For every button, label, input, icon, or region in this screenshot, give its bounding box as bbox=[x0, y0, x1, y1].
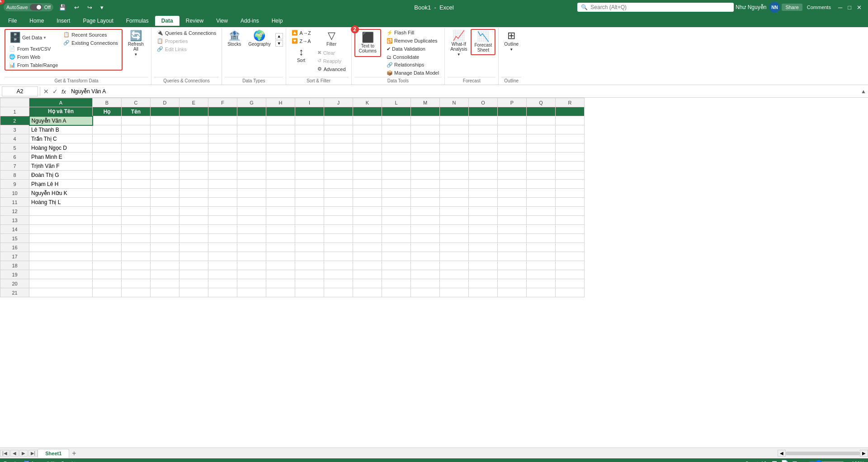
refresh-all-button[interactable]: 🔄 Refresh All ▼ bbox=[123, 29, 148, 58]
cell[interactable] bbox=[208, 261, 237, 270]
cell[interactable] bbox=[556, 143, 585, 152]
cell[interactable] bbox=[527, 143, 556, 152]
cell[interactable] bbox=[527, 279, 556, 288]
cell[interactable] bbox=[266, 279, 295, 288]
cell[interactable] bbox=[179, 180, 208, 189]
cell[interactable] bbox=[179, 198, 208, 207]
stocks-button[interactable]: 🏦 Stocks bbox=[225, 29, 244, 48]
cell[interactable] bbox=[295, 198, 324, 207]
cell[interactable] bbox=[469, 216, 498, 225]
col-header-F[interactable]: F bbox=[208, 98, 237, 107]
col-header-R[interactable]: R bbox=[556, 98, 585, 107]
cell[interactable] bbox=[237, 261, 266, 270]
cell[interactable] bbox=[295, 270, 324, 279]
cell[interactable] bbox=[382, 198, 411, 207]
scroll-right-button[interactable]: ▶ bbox=[860, 450, 868, 457]
cell[interactable] bbox=[266, 116, 295, 125]
cell[interactable] bbox=[353, 279, 382, 288]
cell[interactable] bbox=[353, 234, 382, 243]
cell[interactable] bbox=[324, 162, 353, 171]
cell[interactable] bbox=[411, 288, 440, 297]
cell[interactable] bbox=[208, 180, 237, 189]
cell[interactable] bbox=[324, 171, 353, 180]
cell[interactable] bbox=[122, 207, 151, 216]
cell[interactable] bbox=[93, 288, 122, 297]
cell[interactable] bbox=[469, 189, 498, 198]
get-data-button[interactable]: 🗄️ Get Data ▼ bbox=[6, 31, 61, 44]
cell[interactable] bbox=[29, 288, 93, 297]
cell[interactable] bbox=[122, 270, 151, 279]
cell[interactable] bbox=[556, 152, 585, 162]
cell[interactable] bbox=[266, 162, 295, 171]
cell[interactable] bbox=[179, 189, 208, 198]
cell[interactable] bbox=[411, 198, 440, 207]
cell[interactable] bbox=[440, 152, 469, 162]
row-header-12[interactable]: 12 bbox=[0, 207, 29, 216]
cell[interactable] bbox=[266, 252, 295, 261]
tab-view[interactable]: View bbox=[210, 16, 234, 26]
cell[interactable] bbox=[208, 189, 237, 198]
cell[interactable] bbox=[93, 234, 122, 243]
cell[interactable]: Họ bbox=[93, 107, 122, 116]
sheet-last-button[interactable]: ▶| bbox=[28, 450, 38, 457]
cell[interactable] bbox=[324, 180, 353, 189]
from-web-button[interactable]: 🌐 From Web bbox=[6, 53, 61, 61]
cell[interactable] bbox=[122, 261, 151, 270]
cell[interactable] bbox=[353, 162, 382, 171]
cell[interactable] bbox=[151, 288, 179, 297]
cell[interactable] bbox=[179, 152, 208, 162]
maximize-button[interactable]: □ bbox=[845, 3, 854, 12]
cell[interactable] bbox=[179, 225, 208, 234]
cell[interactable] bbox=[151, 252, 179, 261]
cell[interactable] bbox=[295, 252, 324, 261]
cell[interactable] bbox=[151, 171, 179, 180]
cell[interactable] bbox=[122, 134, 151, 143]
cell[interactable] bbox=[208, 198, 237, 207]
share-button[interactable]: Share bbox=[782, 4, 802, 11]
data-types-expand-up[interactable]: ▲ bbox=[275, 33, 283, 39]
cell[interactable] bbox=[498, 152, 527, 162]
cell[interactable] bbox=[469, 270, 498, 279]
cell[interactable] bbox=[237, 171, 266, 180]
cell[interactable] bbox=[440, 134, 469, 143]
text-to-columns-button[interactable]: ⬛ Text to Columns bbox=[356, 31, 379, 55]
col-header-L[interactable]: L bbox=[382, 98, 411, 107]
cell[interactable] bbox=[208, 107, 237, 116]
horizontal-scrollbar[interactable] bbox=[786, 452, 860, 455]
cell[interactable] bbox=[179, 216, 208, 225]
cell[interactable]: Nguyễn Hữu K bbox=[29, 189, 93, 198]
col-header-K[interactable]: K bbox=[353, 98, 382, 107]
existing-connections-button[interactable]: 🔗 Existing Connections bbox=[61, 39, 121, 47]
cell[interactable] bbox=[237, 152, 266, 162]
cell[interactable] bbox=[469, 198, 498, 207]
cell[interactable]: Đoàn Thị G bbox=[29, 171, 93, 180]
cell[interactable] bbox=[411, 252, 440, 261]
cell[interactable] bbox=[469, 180, 498, 189]
relationships-button[interactable]: 🔗 Relationships bbox=[384, 61, 442, 69]
cell[interactable] bbox=[527, 216, 556, 225]
cell[interactable] bbox=[179, 243, 208, 252]
cell[interactable] bbox=[324, 270, 353, 279]
data-validation-button[interactable]: ✔ Data Validation bbox=[384, 45, 442, 53]
cell[interactable] bbox=[556, 107, 585, 116]
cell[interactable] bbox=[556, 225, 585, 234]
row-header-4[interactable]: 4 bbox=[0, 134, 29, 143]
cell[interactable] bbox=[122, 143, 151, 152]
cell[interactable] bbox=[440, 107, 469, 116]
cell[interactable] bbox=[179, 234, 208, 243]
cell[interactable] bbox=[93, 225, 122, 234]
cell[interactable] bbox=[324, 252, 353, 261]
close-button[interactable]: ✕ bbox=[854, 3, 864, 12]
cell[interactable] bbox=[469, 279, 498, 288]
cell[interactable] bbox=[29, 270, 93, 279]
cell[interactable] bbox=[151, 189, 179, 198]
cell[interactable]: Họ và Tên bbox=[29, 107, 93, 116]
cell[interactable]: Trần Thị C bbox=[29, 134, 93, 143]
queries-connections-button[interactable]: 🔌 Queries & Connections bbox=[154, 29, 219, 37]
what-if-analysis-button[interactable]: 📈 What-If Analysis ▼ bbox=[448, 29, 470, 58]
cell[interactable] bbox=[237, 125, 266, 134]
cell[interactable] bbox=[151, 116, 179, 125]
cell[interactable] bbox=[179, 171, 208, 180]
cell[interactable] bbox=[295, 207, 324, 216]
cell[interactable] bbox=[179, 207, 208, 216]
